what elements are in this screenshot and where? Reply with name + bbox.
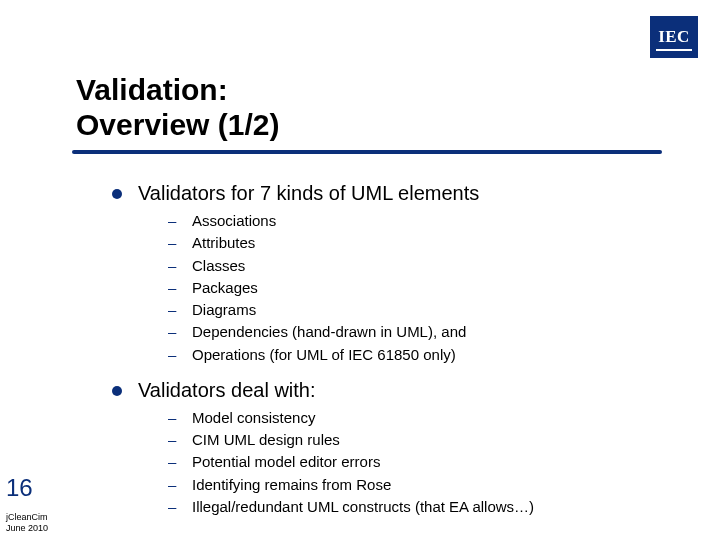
content-area: Validators for 7 kinds of UML elements –… [112,182,680,531]
list-item: –Associations [168,211,680,231]
sublist-1: –Associations –Attributes –Classes –Pack… [168,211,680,365]
list-item: –Potential model editor errors [168,452,680,472]
title-block: Validation: Overview (1/2) [76,72,279,143]
page-number: 16 [6,474,33,502]
list-item: –Model consistency [168,408,680,428]
footer: jCleanCim June 2010 [6,512,48,534]
iec-logo: IEC [650,16,698,58]
list-item: –Classes [168,256,680,276]
sublist-2: –Model consistency –CIM UML design rules… [168,408,680,517]
dash-icon: – [168,475,178,495]
bullet-1-text: Validators for 7 kinds of UML elements [138,182,479,205]
dash-icon: – [168,345,178,365]
bullet-dot-icon [112,386,122,396]
list-item-text: Associations [192,211,276,231]
bullet-2: Validators deal with: [112,379,680,402]
list-item: –Attributes [168,233,680,253]
list-item-text: Operations (for UML of IEC 61850 only) [192,345,456,365]
footer-line-2: June 2010 [6,523,48,534]
iec-logo-text: IEC [658,27,690,47]
iec-logo-underline [656,49,692,51]
list-item: –Identifying remains from Rose [168,475,680,495]
list-item-text: Classes [192,256,245,276]
dash-icon: – [168,233,178,253]
list-item-text: CIM UML design rules [192,430,340,450]
slide: IEC Validation: Overview (1/2) Validator… [0,0,720,540]
list-item-text: Diagrams [192,300,256,320]
footer-line-1: jCleanCim [6,512,48,523]
bullet-2-text: Validators deal with: [138,379,316,402]
dash-icon: – [168,430,178,450]
dash-icon: – [168,452,178,472]
dash-icon: – [168,256,178,276]
bullet-dot-icon [112,189,122,199]
dash-icon: – [168,278,178,298]
dash-icon: – [168,300,178,320]
dash-icon: – [168,211,178,231]
title-underline [72,150,662,154]
list-item-text: Model consistency [192,408,315,428]
list-item-text: Illegal/redundant UML constructs (that E… [192,497,534,517]
list-item: –Illegal/redundant UML constructs (that … [168,497,680,517]
dash-icon: – [168,408,178,428]
title-line-2: Overview (1/2) [76,107,279,142]
list-item: –CIM UML design rules [168,430,680,450]
list-item: –Packages [168,278,680,298]
list-item-text: Attributes [192,233,255,253]
list-item: –Diagrams [168,300,680,320]
dash-icon: – [168,322,178,342]
bullet-1: Validators for 7 kinds of UML elements [112,182,680,205]
list-item-text: Potential model editor errors [192,452,380,472]
list-item-text: Packages [192,278,258,298]
dash-icon: – [168,497,178,517]
title-line-1: Validation: [76,72,279,107]
list-item: –Dependencies (hand-drawn in UML), and [168,322,680,342]
list-item-text: Identifying remains from Rose [192,475,391,495]
list-item: –Operations (for UML of IEC 61850 only) [168,345,680,365]
list-item-text: Dependencies (hand-drawn in UML), and [192,322,466,342]
